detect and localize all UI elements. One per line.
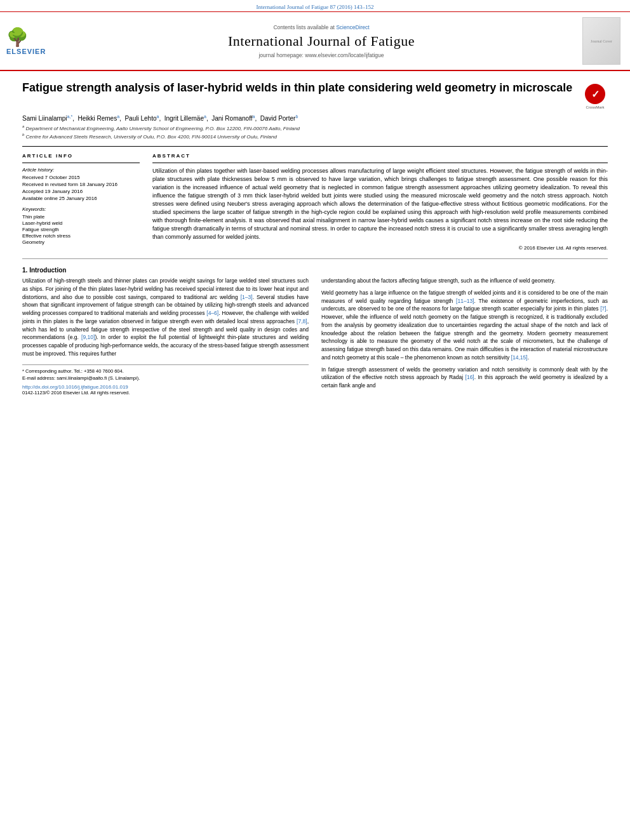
ref-16-link[interactable]: [16] [466, 374, 474, 380]
abstract-column: ABSTRACT Utilization of thin plates toge… [152, 153, 608, 251]
article-title-section: Fatigue strength analysis of laser-hybri… [22, 81, 608, 109]
ref-11-13-link[interactable]: [11–13] [456, 298, 474, 304]
homepage-text: journal homepage: www.elsevier.com/locat… [258, 52, 384, 58]
keyword-1: Thin plate [22, 214, 140, 220]
abstract-divider [152, 163, 608, 163]
section-number: 1. [22, 267, 27, 274]
keyword-5: Geometry [22, 239, 140, 245]
footnote-section: * Corresponding author. Tel.: +358 40 76… [22, 364, 309, 396]
intro-left-text: Utilization of high-strength steels and … [22, 277, 309, 358]
ref-9-10-link[interactable]: [9,10] [81, 334, 95, 340]
footnote-corresponding: * Corresponding author. Tel.: +358 40 76… [22, 368, 309, 374]
abstract-text: Utilization of thin plates together with… [152, 167, 608, 241]
keyword-3: Fatigue strength [22, 227, 140, 232]
email-label: E-mail address: [22, 375, 55, 381]
affiliation-b: b Centre for Advanced Steels Research, U… [22, 133, 608, 140]
intro-right-text-1: understanding about the factors affectin… [321, 277, 608, 285]
abstract-title: ABSTRACT [152, 153, 608, 159]
article-info-column: ARTICLE INFO Article history: Received 7… [22, 153, 140, 251]
affiliation-a: a Department of Mechanical Engineering, … [22, 124, 608, 131]
journal-homepage: journal homepage: www.elsevier.com/locat… [70, 52, 573, 58]
keyword-4: Effective notch stress [22, 233, 140, 239]
intro-right-text-3: In fatigue strength assessment of welds … [321, 366, 608, 390]
author-4: Ingrit Lillemäea, [164, 115, 210, 122]
section-title-text: Introduction [29, 267, 66, 274]
keywords-label: Keywords: [22, 206, 140, 212]
ref-14-15-link[interactable]: [14,15] [511, 354, 528, 361]
section-divider-1 [22, 146, 608, 147]
intro-right-col: understanding about the factors affectin… [321, 277, 608, 396]
crossmark-badge: ✓ CrossMark [582, 84, 608, 109]
journal-citation: International Journal of Fatigue 87 (201… [257, 4, 374, 10]
elsevier-logo-img: 🌳 ELSEVIER [6, 27, 57, 55]
elsevier-wordmark: ELSEVIER [6, 48, 46, 55]
sciencedirect-link[interactable]: ScienceDirect [336, 24, 369, 30]
issn-line: 0142-1123/© 2016 Elsevier Ltd. All right… [22, 390, 309, 396]
crossmark-label: CrossMark [586, 105, 604, 109]
sciencedirect-line: Contents lists available at ScienceDirec… [70, 24, 573, 30]
author-5: Jani Romanoffa, [211, 115, 258, 122]
email-link[interactable]: sami.liinalampi@aalto.fi [57, 375, 107, 381]
header-center: Contents lists available at ScienceDirec… [70, 24, 573, 58]
elsevier-logo-box: 🌳 ELSEVIER [6, 27, 64, 55]
cover-image-placeholder: Journal Cover [591, 39, 612, 43]
header-right: Journal Cover [579, 17, 624, 65]
authors-line: Sami Liinalampia,*, Heikki Remesa, Pauli… [22, 114, 608, 122]
crossmark-icon: ✓ [585, 84, 605, 104]
email-suffix: (S. Liinalampi). [108, 375, 140, 381]
intro-left-col: Utilization of high-strength steels and … [22, 277, 309, 396]
date-accepted: Accepted 19 January 2016 [22, 189, 140, 194]
introduction-columns: Utilization of high-strength steels and … [22, 277, 608, 396]
ref-7-link[interactable]: [7] [600, 305, 606, 312]
info-abstract-columns: ARTICLE INFO Article history: Received 7… [22, 153, 608, 251]
author-6: David Porterb [260, 115, 298, 122]
journal-title: International Journal of Fatigue [70, 33, 573, 50]
footnote-email: E-mail address: sami.liinalampi@aalto.fi… [22, 375, 309, 381]
elsevier-header: 🌳 ELSEVIER Contents lists available at S… [0, 12, 630, 71]
keyword-2: Laser-hybrid weld [22, 220, 140, 226]
ref-4-6-link[interactable]: [4–6] [206, 310, 218, 316]
intro-right-text-2: Weld geometry has a large influence on t… [321, 289, 608, 362]
author-3: Pauli Lehtoa, [124, 115, 163, 122]
article-info-title: ARTICLE INFO [22, 153, 140, 159]
article-history-label: Article history: [22, 167, 140, 173]
main-content: Fatigue strength analysis of laser-hybri… [0, 71, 630, 408]
introduction-heading: 1. Introduction [22, 267, 608, 274]
article-title: Fatigue strength analysis of laser-hybri… [22, 81, 576, 95]
sciencedirect-prefix: Contents lists available at [273, 24, 334, 30]
ref-7-8-link[interactable]: [7,8] [297, 318, 307, 324]
copyright-line: © 2016 Elsevier Ltd. All rights reserved… [152, 245, 608, 251]
journal-cover-thumbnail: Journal Cover [582, 17, 620, 65]
date-revised: Received in revised form 18 January 2016 [22, 182, 140, 187]
journal-top-bar: International Journal of Fatigue 87 (201… [0, 0, 630, 12]
full-divider [22, 258, 608, 259]
elsevier-tree-icon: 🌳 [6, 29, 27, 46]
author-2: Heikki Remesa, [78, 115, 123, 122]
author-1: Sami Liinalampia,*, [22, 115, 76, 122]
date-online: Available online 25 January 2016 [22, 196, 140, 201]
doi-link[interactable]: http://dx.doi.org/10.1016/j.ijfatigue.20… [22, 384, 128, 390]
date-received: Received 7 October 2015 [22, 175, 140, 180]
ref-1-3-link[interactable]: [1–3] [241, 294, 253, 300]
article-info-divider [22, 163, 140, 163]
